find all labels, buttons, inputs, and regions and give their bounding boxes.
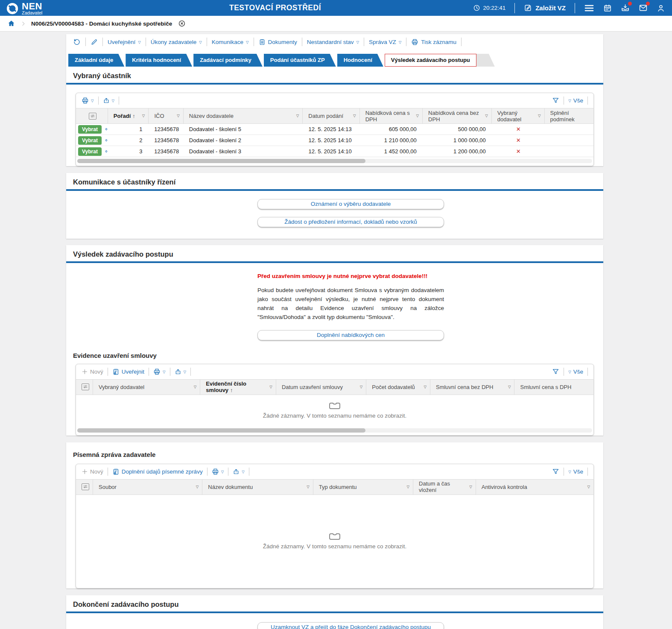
column-filter-icon[interactable]: ▽	[177, 113, 180, 119]
app-logo[interactable]: NEN Zadavatel	[0, 1, 42, 15]
print-record-button[interactable]: Tisk záznamu	[411, 38, 456, 46]
column-filter-icon[interactable]: ▽	[485, 113, 488, 119]
tab-podani-ucastniku-zp[interactable]: Podání účastníků ZP	[264, 54, 336, 67]
tab-zakladni-udaje[interactable]: Základní údaje	[68, 54, 124, 67]
lock-vz-button[interactable]: Uzamknout VZ a přejít do fáze Dokončení …	[257, 622, 444, 629]
fill-bid-prices-button[interactable]: Doplnění nabídkových cen	[257, 330, 444, 340]
history-button[interactable]	[73, 38, 81, 46]
column-filter-icon[interactable]: ▽	[416, 113, 419, 119]
column-filter-icon[interactable]: ▽	[307, 484, 310, 490]
fill-report-data-button[interactable]: Doplnění údajů písemné zprávy	[112, 468, 203, 475]
column-header[interactable]: Splnění podmínek	[550, 110, 590, 123]
supplier-selection-notice-button[interactable]: Oznámení o výběru dodavatele	[257, 199, 444, 209]
tab-vysledek-zadavaciho-postupu[interactable]: Výsledek zadávacího postupu	[385, 54, 476, 67]
column-filter-icon[interactable]: ▽	[296, 113, 299, 119]
column-filter-icon[interactable]: ▽	[424, 384, 427, 390]
printer-icon	[411, 38, 418, 46]
filter-button[interactable]	[552, 468, 559, 475]
filter-all-selector[interactable]: ▽Vše	[568, 97, 583, 104]
export-button[interactable]: ▽	[233, 468, 245, 475]
column-header[interactable]: Pořadí	[114, 113, 140, 119]
filter-all-selector[interactable]: ▽Vše	[568, 468, 583, 475]
home-button[interactable]	[7, 20, 15, 27]
tab-zadavaci-podminky[interactable]: Zadávací podmínky	[193, 54, 263, 67]
section-title-completion: Dokončení zadávacího postupu	[66, 595, 603, 611]
cell-nazev-dodavatele: Dodavatel - školení 2	[184, 137, 303, 143]
column-header[interactable]: IČO	[154, 113, 175, 119]
scrollbar-thumb[interactable]	[77, 428, 365, 433]
edit-button[interactable]	[91, 38, 98, 46]
column-settings-button[interactable]	[76, 380, 93, 395]
column-settings-button[interactable]	[76, 480, 93, 494]
column-filter-icon[interactable]: ▽	[508, 384, 511, 390]
user-profile-button[interactable]	[657, 4, 665, 12]
export-button[interactable]: ▽	[103, 97, 115, 104]
menu-button[interactable]	[584, 4, 594, 12]
column-header[interactable]: Smluvní cena bez DPH	[436, 384, 506, 390]
column-header[interactable]: Antivirová kontrola	[482, 484, 586, 490]
menu-dokumenty[interactable]: Dokumenty	[259, 38, 297, 46]
breadcrumb-item[interactable]: N006/25/V00004583 - Domácí kuchyňské spo…	[31, 20, 172, 27]
messages-button[interactable]	[639, 3, 648, 12]
column-header[interactable]: Typ dokumentu	[319, 484, 405, 490]
tab-kriteria-hodnoceni[interactable]: Kritéria hodnocení	[126, 54, 192, 67]
tab-hodnoceni[interactable]: Hodnocení	[337, 54, 383, 67]
menu-ukony-zadavatele[interactable]: Úkony zadavatele▽	[151, 39, 202, 45]
print-button[interactable]: ▽	[212, 468, 224, 475]
print-button[interactable]: ▽	[153, 368, 166, 375]
column-filter-icon[interactable]: ▽	[353, 113, 356, 119]
page-content: Uveřejnění▽ Úkony zadavatele▽ Komunikace…	[0, 32, 672, 629]
menu-nestandardni-stav[interactable]: Nestandardní stav▽	[307, 39, 359, 45]
filter-all-selector[interactable]: ▽Vše	[568, 369, 583, 375]
column-header[interactable]: Smluvní cena s DPH	[520, 384, 590, 390]
filter-button[interactable]	[552, 97, 559, 104]
scrollbar-track[interactable]	[77, 428, 592, 433]
select-supplier-button[interactable]: Vybrat	[78, 136, 102, 145]
request-documents-button[interactable]: Žádost o předložení informací, dokladů n…	[257, 217, 444, 227]
select-supplier-button[interactable]: Vybrat	[78, 125, 102, 134]
scrollbar-track[interactable]	[77, 159, 592, 163]
dropdown-triangle-icon: ▽	[568, 370, 571, 374]
column-header[interactable]: Název dodavatele	[189, 113, 295, 119]
column-settings-button[interactable]	[76, 108, 108, 123]
column-filter-icon[interactable]: ▽	[269, 384, 272, 390]
new-report-button[interactable]: Nový	[82, 468, 103, 475]
menu-sprava-vz[interactable]: Správa VZ▽	[369, 39, 401, 45]
column-filter-icon[interactable]: ▽	[407, 484, 410, 490]
column-header[interactable]: Soubor	[99, 484, 194, 490]
participants-card-toolbar: ▽ ▽ ▽Vše	[76, 93, 593, 108]
column-filter-icon[interactable]: ▽	[196, 484, 199, 490]
not-selected-icon	[516, 148, 521, 155]
scrollbar-thumb[interactable]	[77, 159, 365, 163]
menu-uverejneni[interactable]: Uveřejnění▽	[108, 39, 141, 45]
column-header[interactable]: Vybraný dodavatel	[497, 110, 536, 123]
filter-button[interactable]	[552, 368, 559, 375]
horizontal-scroll-area	[76, 157, 593, 166]
column-header[interactable]: Nabídková cena bez DPH	[428, 110, 483, 123]
new-contract-button[interactable]: Nový	[82, 369, 103, 375]
select-supplier-button[interactable]: Vybrat	[78, 147, 102, 156]
column-header[interactable]: Evidenční číslo smlouvy	[206, 380, 268, 393]
column-header[interactable]: Název dokumentu	[208, 484, 305, 490]
column-filter-icon[interactable]: ▽	[538, 113, 541, 119]
print-button[interactable]: ▽	[82, 97, 94, 104]
column-header[interactable]: Nabídková cena s DPH	[365, 110, 415, 123]
written-report-card: Nový Doplnění údajů písemné zprávy ▽ ▽	[76, 464, 594, 588]
downloads-button[interactable]	[621, 3, 630, 12]
column-filter-icon[interactable]: ▽	[587, 484, 590, 490]
column-filter-icon[interactable]: ▽	[360, 384, 363, 390]
create-vz-button[interactable]: Založit VZ	[524, 4, 566, 12]
column-header[interactable]: Datum a čas vložení	[419, 480, 467, 493]
column-filter-icon[interactable]: ▽	[194, 384, 197, 390]
column-header[interactable]: Datum podání	[308, 113, 351, 119]
column-header[interactable]: Počet dodavatelů	[372, 384, 422, 390]
publish-contract-button[interactable]: Uveřejnit	[112, 368, 144, 375]
menu-komunikace[interactable]: Komunikace▽	[212, 39, 249, 45]
column-filter-icon[interactable]: ▽	[142, 113, 145, 119]
export-button[interactable]: ▽	[175, 368, 187, 375]
column-header[interactable]: Vybraný dodavatel	[99, 384, 192, 390]
calendar-button[interactable]	[603, 4, 612, 12]
column-filter-icon[interactable]: ▽	[469, 484, 472, 490]
close-record-button[interactable]	[178, 20, 186, 27]
column-header[interactable]: Datum uzavření smlouvy	[282, 384, 358, 390]
